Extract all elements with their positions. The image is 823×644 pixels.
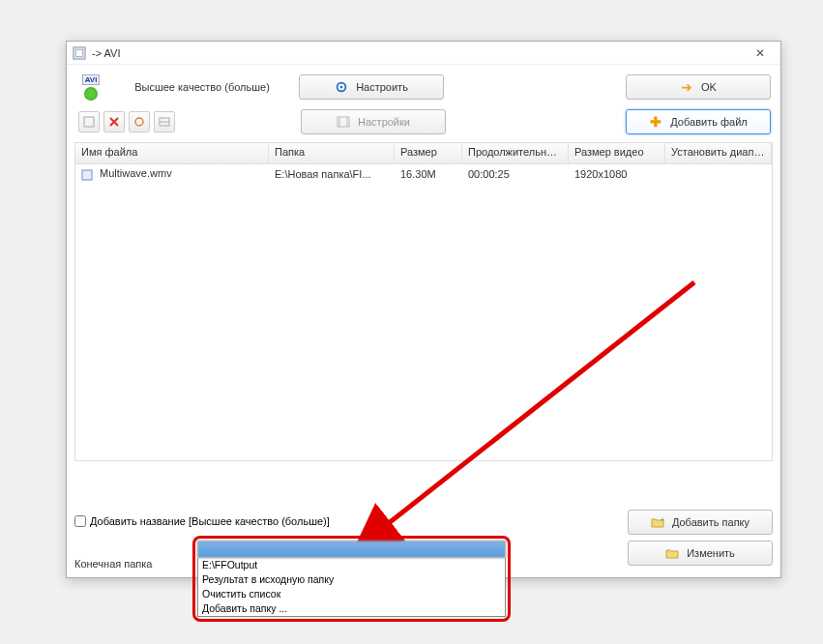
add-folder-label: Добавить папку — [672, 516, 750, 528]
file-table: Имя файла Папка Размер Продолжительность… — [74, 142, 773, 461]
ok-label: OK — [701, 81, 717, 93]
th-size[interactable]: Размер — [395, 143, 462, 163]
dropdown-option[interactable]: Добавить папку ... — [198, 601, 505, 616]
cell-range — [665, 172, 772, 176]
cell-folder: E:\Новая папка\FI... — [269, 166, 395, 182]
add-folder-button[interactable]: + Добавить папку — [628, 510, 773, 535]
cell-size: 16.30M — [395, 166, 462, 182]
cell-name: Multiwave.wmv — [100, 167, 172, 179]
add-title-checkbox[interactable] — [74, 515, 86, 527]
change-label: Изменить — [687, 547, 735, 559]
dest-folder-options: E:\FFOutput Результат в исходную папку О… — [197, 558, 506, 617]
cell-video-size: 1920x1080 — [569, 166, 665, 182]
window-title: -> AVI — [92, 47, 120, 59]
settings-button[interactable]: Настройки — [301, 109, 446, 134]
th-video-size[interactable]: Размер видео — [569, 143, 665, 163]
mini-btn-1[interactable] — [78, 111, 100, 132]
settings-label: Настройки — [358, 116, 410, 128]
mini-btn-delete[interactable] — [103, 111, 125, 132]
mini-btn-grid[interactable] — [154, 111, 175, 132]
dropdown-option[interactable]: Очистить список — [198, 587, 505, 601]
configure-button[interactable]: Настроить — [299, 74, 444, 100]
svg-rect-4 — [84, 117, 94, 127]
annotation-red-box: E:\FFOutput Результат в исходную папку О… — [192, 536, 511, 622]
add-file-label: Добавить файл — [670, 116, 747, 128]
dest-folder-label: Конечная папка — [74, 558, 181, 570]
add-file-button[interactable]: ✚ Добавить файл — [626, 109, 771, 134]
mini-btn-record[interactable] — [129, 111, 150, 132]
table-row[interactable]: Multiwave.wmv E:\Новая папка\FI... 16.30… — [75, 164, 772, 184]
svg-rect-1 — [76, 49, 83, 56]
mini-buttons — [78, 111, 175, 132]
svg-text:+: + — [661, 516, 664, 523]
svg-point-3 — [340, 86, 343, 89]
dropdown-option[interactable]: Результат в исходную папку — [198, 572, 505, 587]
ok-button[interactable]: ➜ OK — [626, 74, 771, 100]
th-folder[interactable]: Папка — [269, 143, 395, 163]
plus-icon: ✚ — [649, 115, 662, 129]
dest-folder-combobox[interactable] — [197, 541, 506, 558]
th-name[interactable]: Имя файла — [75, 143, 269, 163]
cell-duration: 00:00:25 — [462, 166, 569, 182]
th-duration[interactable]: Продолжительность — [462, 143, 569, 163]
th-range[interactable]: Установить диапаз... — [665, 143, 772, 163]
app-window: -> AVI ✕ AVI Высшее качество (больше) На… — [66, 41, 781, 578]
file-icon — [81, 169, 93, 181]
dest-folder-dropdown: E:\FFOutput Результат в исходную папку О… — [192, 536, 511, 622]
film-icon — [337, 115, 350, 129]
change-button[interactable]: Изменить — [628, 541, 773, 566]
titlebar: -> AVI ✕ — [67, 42, 780, 65]
add-title-label: Добавить название [Высшее качество (боль… — [90, 515, 330, 527]
app-icon — [73, 46, 86, 60]
table-header: Имя файла Папка Размер Продолжительность… — [75, 143, 772, 164]
toolbar-row-1: AVI Высшее качество (больше) Настроить ➜… — [67, 65, 780, 107]
svg-point-7 — [135, 118, 143, 126]
format-avi-icon: AVI — [76, 73, 105, 102]
configure-label: Настроить — [356, 81, 408, 93]
dropdown-option[interactable]: E:\FFOutput — [198, 558, 505, 572]
gear-icon — [335, 80, 348, 94]
quality-label: Высшее качество (больше) — [115, 81, 289, 93]
toolbar-row-2: Настройки ✚ Добавить файл — [67, 107, 780, 142]
close-icon[interactable]: ✕ — [746, 46, 775, 60]
svg-rect-13 — [82, 170, 92, 180]
arrow-right-icon: ➜ — [680, 80, 693, 94]
folder-plus-icon: + — [651, 515, 664, 529]
folder-icon — [665, 546, 679, 560]
